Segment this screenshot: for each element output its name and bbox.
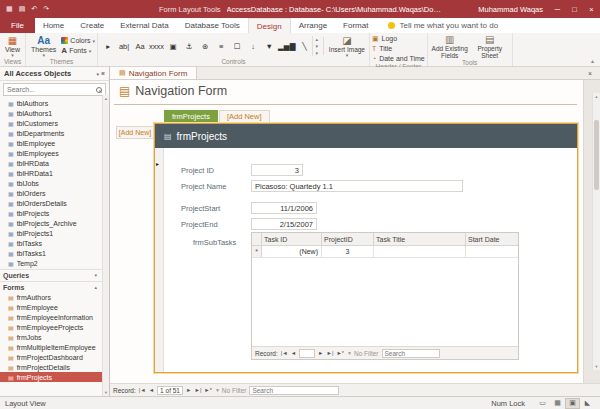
nav-form-item[interactable]: ▤ frmEmployeeProjects: [0, 322, 102, 332]
datasheet-select-all-corner[interactable]: [252, 233, 262, 245]
form-view-button[interactable]: ▭: [535, 398, 550, 409]
record-search-input[interactable]: [382, 349, 440, 358]
design-view-button[interactable]: ◣: [580, 398, 595, 409]
field-value-input[interactable]: Picasoso: Quartedy 1.1: [251, 180, 463, 192]
add-existing-fields-button[interactable]: ▥ Add Existing Fields: [430, 34, 470, 59]
nav-table-item[interactable]: ▦ tblAuthors1: [0, 108, 102, 118]
nav-group-header[interactable]: Queries ▾: [0, 269, 102, 280]
nav-table-item[interactable]: ▦ tblTasks1: [0, 248, 102, 258]
nav-group-header[interactable]: Forms ▴: [0, 281, 102, 292]
nav-table-item[interactable]: ▦ tblProjects_Archive: [0, 218, 102, 228]
first-record-icon[interactable]: |◄: [139, 387, 146, 393]
nav-table-item[interactable]: ▦ Temp2: [0, 258, 102, 268]
nav-table-item[interactable]: ▦ tblProjects1: [0, 228, 102, 238]
redo-icon[interactable]: ↷: [43, 5, 49, 13]
next-record-icon[interactable]: ►: [186, 387, 191, 393]
frmProjects-subform[interactable]: ▤ frmProjects ▸ Project ID 3 Project Nam…: [154, 123, 578, 373]
hyperlink-icon[interactable]: ⚓: [181, 37, 197, 55]
field-value-input[interactable]: 2/15/2007: [251, 218, 317, 230]
datasheet-new-row[interactable]: * (New) 3: [252, 246, 518, 258]
first-record-icon[interactable]: |◄: [281, 350, 288, 356]
navigation-control-icon[interactable]: ≡: [213, 37, 229, 55]
record-selector-bar[interactable]: ▸: [155, 148, 164, 372]
last-record-icon[interactable]: ►|: [194, 387, 201, 393]
layout-view-button[interactable]: ▣: [565, 398, 580, 409]
gallery-up-icon[interactable]: ▴: [315, 36, 318, 42]
collapse-ribbon-icon[interactable]: ▴: [591, 57, 594, 64]
tell-me-box[interactable]: Tell me what you want to do: [388, 18, 498, 33]
nav-form-item[interactable]: ▤ frmAuthors: [0, 292, 102, 302]
property-sheet-button[interactable]: ▤ Property Sheet: [470, 34, 510, 59]
combo-box-icon[interactable]: ▼: [261, 37, 277, 55]
chart-icon[interactable]: ▂▅▇: [277, 37, 296, 55]
gallery-down-icon[interactable]: ▾: [315, 43, 318, 49]
chevron-down-icon[interactable]: ▾: [97, 71, 100, 77]
navigation-pane-header[interactable]: All Access Objects ▾ «: [0, 67, 109, 81]
nav-table-item[interactable]: ▦ tblEmployees: [0, 148, 102, 158]
navigation-button-tab[interactable]: frmProjects: [164, 110, 218, 123]
ribbon-tab[interactable]: Design: [248, 18, 291, 33]
current-record-box[interactable]: 1 of 51: [157, 386, 183, 395]
insert-image-button[interactable]: ◪ Insert Image ▾: [327, 35, 367, 57]
account-user-name[interactable]: Muhammad Waqas: [478, 5, 543, 14]
cell-task-title[interactable]: [374, 246, 466, 257]
datasheet-view-button[interactable]: ▦: [550, 398, 565, 409]
field-value-input[interactable]: 3: [251, 164, 303, 176]
document-tab-navigation-form[interactable]: ▤ Navigation Form: [110, 67, 197, 79]
themes-button[interactable]: Aa Themes ▾: [28, 35, 59, 57]
datasheet-column-header[interactable]: Start Date: [466, 233, 518, 245]
nav-table-item[interactable]: ▦ tblEmployee: [0, 138, 102, 148]
previous-record-icon[interactable]: ◄: [291, 350, 296, 356]
nav-table-item[interactable]: ▦ tblAuthors: [0, 98, 102, 108]
scroll-down-icon[interactable]: ▾: [105, 390, 107, 395]
nav-form-item[interactable]: ▤ frmMultipleItemEmployee: [0, 342, 102, 352]
close-button[interactable]: ×: [583, 0, 600, 18]
line-icon[interactable]: ╲: [296, 37, 312, 55]
ribbon-tab[interactable]: File: [0, 18, 35, 33]
ribbon-tab[interactable]: Arrange: [291, 18, 335, 33]
new-record-icon[interactable]: ►*: [204, 387, 212, 393]
fonts-button[interactable]: A Fonts ▾: [61, 46, 95, 55]
save-icon[interactable]: ▤: [19, 5, 26, 13]
field-value-input[interactable]: 11/1/2006: [251, 202, 317, 214]
nav-table-item[interactable]: ▦ tblHRData: [0, 158, 102, 168]
ribbon-tab[interactable]: Home: [35, 18, 72, 33]
filter-status[interactable]: ▼ No Filter: [347, 350, 379, 357]
datasheet-column-header[interactable]: Task ID: [262, 233, 322, 245]
nav-form-item[interactable]: ▤ frmEmployee: [0, 302, 102, 312]
title-button[interactable]: T Title: [372, 44, 425, 53]
nav-table-item[interactable]: ▦ tblDepartments: [0, 128, 102, 138]
filter-status[interactable]: ▼ No Filter: [215, 387, 247, 394]
navigation-button-tab[interactable]: [Add New]: [219, 110, 270, 123]
maximize-button[interactable]: □: [566, 0, 583, 18]
web-browser-control-icon[interactable]: ⊛: [197, 37, 213, 55]
nav-form-item[interactable]: ▤ frmProjects: [0, 372, 102, 382]
ribbon-tab[interactable]: Format: [335, 18, 376, 33]
logo-button[interactable]: ▣ Logo: [372, 34, 425, 43]
subtasks-datasheet[interactable]: Task IDProjectIDTask TitleStart Date * (…: [251, 232, 519, 360]
nav-table-item[interactable]: ▦ tblProjects: [0, 208, 102, 218]
navigation-search-box[interactable]: [3, 83, 106, 96]
new-row-marker-icon[interactable]: *: [252, 246, 262, 257]
nav-table-item[interactable]: ▦ tblJobs: [0, 178, 102, 188]
next-record-icon[interactable]: ►: [318, 350, 323, 356]
scroll-up-icon[interactable]: ▴: [105, 96, 107, 101]
button-icon[interactable]: xxxx: [148, 37, 165, 55]
nav-table-item[interactable]: ▦ tblCustomers: [0, 118, 102, 128]
last-record-icon[interactable]: ►|: [327, 350, 334, 356]
nav-table-item[interactable]: ▦ tblHRData1: [0, 168, 102, 178]
nav-form-item[interactable]: ▤ frmJobs: [0, 332, 102, 342]
vertical-add-new-button[interactable]: [Add New]: [116, 126, 154, 139]
navigation-pane-scrollbar[interactable]: ▴ ▾: [102, 95, 109, 396]
ribbon-tab[interactable]: External Data: [112, 18, 176, 33]
navigation-search-input[interactable]: [7, 86, 94, 93]
page-break-icon[interactable]: ↓: [245, 37, 261, 55]
colors-button[interactable]: Colors ▾: [61, 37, 95, 44]
cell-start-date[interactable]: [466, 246, 518, 257]
text-box-icon[interactable]: ab|: [116, 37, 132, 55]
cell-project-id[interactable]: 3: [322, 246, 374, 257]
ribbon-tab[interactable]: Database Tools: [177, 18, 248, 33]
undo-icon[interactable]: ↶: [31, 5, 37, 13]
minimize-button[interactable]: ─: [549, 0, 566, 18]
nav-form-item[interactable]: ▤ frmProjectDashboard: [0, 352, 102, 362]
